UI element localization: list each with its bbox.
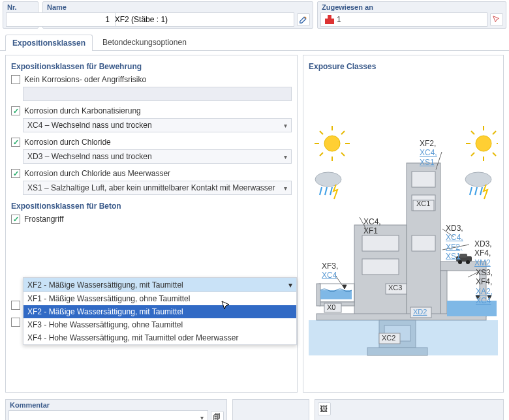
sel-chloride[interactable]: XD3 – Wechselnd nass und trocken▾	[23, 149, 292, 164]
svg-line-24	[475, 187, 477, 195]
svg-point-22	[465, 172, 491, 187]
svg-line-25	[480, 187, 482, 195]
lbl-seawater: Korrosion durch Chloride aus Meerwasser	[24, 169, 170, 178]
tab-expositionsklassen[interactable]: Expositionsklassen	[5, 35, 93, 51]
section-concrete-title: Expositionsklassen für Beton	[11, 202, 292, 211]
chk-chloride[interactable]	[11, 138, 20, 147]
exposure-classes-title: Exposure Classes	[309, 62, 498, 71]
frost-opt-xf2[interactable]: XF2 - Mäßige Wassersättigung, mit Taumit…	[23, 305, 296, 318]
kommentar-label: Kommentar	[6, 400, 226, 409]
assigned-label: Zugewiesen an	[318, 2, 506, 11]
sel-carbon[interactable]: XC4 – Wechselnd nass und trocken▾	[23, 118, 292, 132]
frost-opt-xf1[interactable]: XF1 - Mäßige Wassersättigung, ohne Taumi…	[23, 292, 296, 305]
svg-line-7	[320, 153, 323, 156]
bottom-preview-panel: 🖼	[315, 399, 504, 420]
chk-seawater[interactable]	[11, 169, 20, 178]
left-panel: Expositionsklassen für Bewehrung Kein Ko…	[5, 55, 298, 393]
svg-line-20	[325, 187, 327, 195]
member-ref-icon	[325, 15, 334, 24]
mouse-cursor-icon	[221, 301, 232, 311]
edit-name-button[interactable]	[297, 13, 310, 26]
section-reinforcement-title: Expositionsklassen für Bewehrung	[11, 62, 292, 71]
sel-no-risk[interactable]	[23, 87, 292, 101]
svg-rect-29	[412, 235, 435, 251]
svg-line-16	[471, 153, 474, 156]
dgm-xf2-xc4-xs1: XF2,XC4,XS1	[420, 139, 437, 167]
kommentar-select[interactable]: ▾	[8, 410, 208, 420]
dgm-xf3-xc4: XF3,XC4	[322, 262, 338, 280]
sel-frost-dropdown[interactable]: XF2 - Mäßige Wassersättigung, mit Taumit…	[23, 277, 297, 345]
svg-rect-38	[316, 284, 320, 306]
svg-rect-31	[362, 235, 399, 251]
dgm-xs3-xf4-xa2-xc4: XS3,XF4,XA2,XC4	[476, 268, 493, 306]
chk-no-risk[interactable]	[11, 75, 20, 84]
frost-opt-xf4[interactable]: XF4 - Hohe Wassersättigung, mit Taumitte…	[23, 331, 296, 344]
chk-frost[interactable]	[11, 215, 20, 224]
tab-betondeckungsoptionen[interactable]: Betondeckungsoptionen	[95, 34, 194, 50]
svg-rect-27	[412, 172, 435, 187]
preview-image-button[interactable]: 🖼	[318, 402, 331, 415]
dgm-xd3-xc4-xf2-xs1: XD3,XC4,XF2,XS1	[446, 224, 463, 262]
dgm-xc4-xf1: XC4,XF1	[363, 217, 381, 236]
assigned-panel: Zugewiesen an 1	[317, 1, 506, 29]
nr-label: Nr.	[3, 2, 38, 11]
dgm-x0: X0	[327, 303, 335, 312]
svg-line-23	[470, 187, 472, 195]
name-label: Name	[43, 2, 313, 11]
right-panel: Exposure Classes	[303, 55, 504, 393]
svg-rect-34	[440, 271, 447, 316]
nr-panel: Nr.	[3, 1, 39, 29]
sel-frost-value[interactable]: XF2 - Mäßige Wassersättigung, mit Taumit…	[23, 278, 296, 292]
kommentar-lib-button[interactable]: 🗐	[211, 411, 224, 420]
assigned-input[interactable]: 1	[320, 12, 487, 27]
dgm-xc2: XC2	[382, 334, 395, 342]
dgm-xc1: XC1	[416, 200, 430, 208]
svg-line-15	[493, 131, 496, 134]
svg-line-19	[320, 187, 322, 195]
nr-input[interactable]	[6, 12, 116, 27]
svg-line-14	[471, 131, 474, 134]
svg-line-6	[341, 131, 345, 134]
svg-line-8	[341, 153, 345, 156]
tab-bar: Expositionsklassen Betondeckungsoptionen	[0, 30, 509, 51]
exposure-diagram-svg	[309, 75, 498, 385]
svg-point-18	[315, 172, 341, 187]
kommentar-panel: Kommentar ▾ 🗐	[5, 399, 227, 420]
pick-assigned-button[interactable]	[490, 13, 503, 26]
frost-opt-xf3[interactable]: XF3 - Hohe Wassersättigung, ohne Taumitt…	[23, 318, 296, 331]
exposure-diagram: XF2,XC4,XS1 XC1 XC4,XF1 XF3,XC4 XD3,XC4,…	[309, 75, 498, 385]
svg-point-9	[476, 136, 491, 151]
svg-line-5	[320, 131, 323, 134]
lbl-frost: Frostangriff	[24, 215, 63, 224]
dgm-xc3: XC3	[388, 284, 402, 292]
lbl-no-risk: Kein Korrosions- oder Angriffsrisiko	[24, 75, 146, 84]
chk-unnamed[interactable]	[11, 301, 20, 310]
bottom-spacer	[232, 399, 309, 420]
svg-point-0	[324, 136, 340, 151]
dgm-xd3-xf4-xm2: XD3,XF4,XM2	[474, 239, 492, 267]
svg-line-21	[330, 187, 332, 195]
lbl-chloride: Korrosion durch Chloride	[24, 138, 111, 147]
chk-verschleiss[interactable]	[11, 318, 20, 327]
svg-rect-48	[309, 320, 498, 355]
dgm-xd2: XD2	[413, 308, 427, 316]
lbl-carbon: Korrosion durch Karbonatisierung	[24, 106, 141, 115]
svg-line-17	[493, 153, 496, 156]
sel-seawater[interactable]: XS1 – Salzhaltige Luft, aber kein unmitt…	[23, 181, 292, 195]
svg-point-46	[466, 260, 470, 264]
svg-rect-32	[362, 259, 399, 275]
chk-carbon[interactable]	[11, 106, 20, 115]
